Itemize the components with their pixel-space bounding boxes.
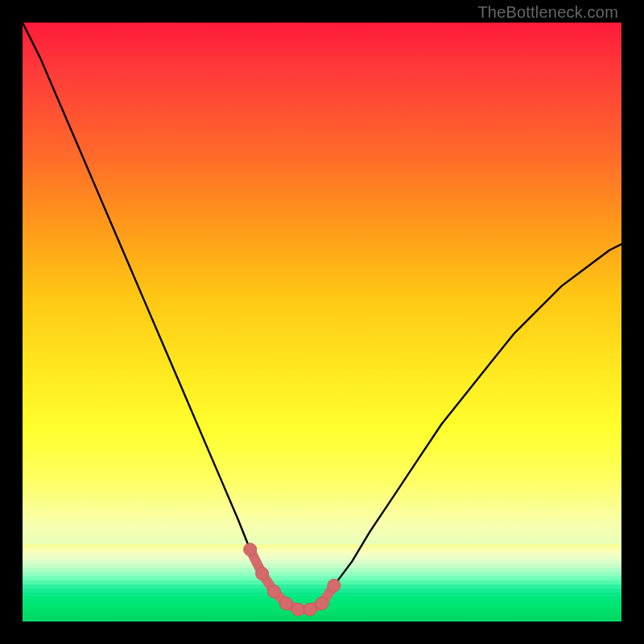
valley-marker-dot bbox=[291, 603, 304, 616]
watermark-text: TheBottleneck.com bbox=[477, 3, 618, 22]
valley-marker-dot bbox=[256, 568, 269, 580]
plot-area bbox=[23, 23, 621, 621]
valley-marker-dot bbox=[316, 597, 328, 610]
chart-svg bbox=[23, 23, 621, 621]
chart-frame: TheBottleneck.com bbox=[0, 0, 644, 644]
bottleneck-curve bbox=[23, 23, 621, 609]
valley-marker-dot bbox=[303, 603, 316, 616]
valley-marker-dot bbox=[244, 543, 257, 556]
valley-marker-dot bbox=[279, 597, 292, 610]
valley-highlight-dots bbox=[244, 543, 341, 616]
valley-marker-dot bbox=[328, 579, 341, 592]
valley-marker-dot bbox=[268, 585, 281, 598]
